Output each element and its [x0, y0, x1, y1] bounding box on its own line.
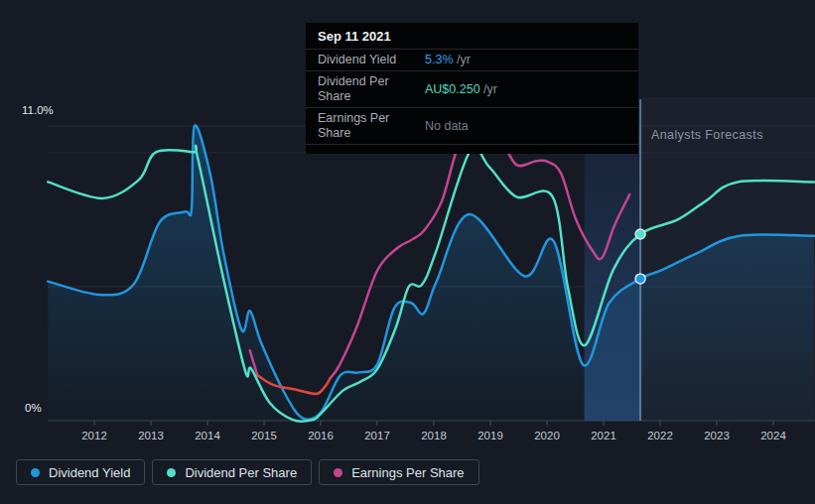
legend-label: Dividend Yield [49, 465, 130, 480]
dividend-per-share-dot-icon [167, 468, 176, 477]
x-tick-label: 2014 [195, 430, 220, 441]
tooltip-label: Dividend Yield [318, 53, 425, 67]
tooltip-row-earnings-per-share: Earnings Per Share No data [306, 108, 638, 145]
chart-tooltip: Sep 11 2021 Dividend Yield 5.3% /yr Divi… [306, 23, 638, 154]
tooltip-row-dividend-yield: Dividend Yield 5.3% /yr [306, 50, 638, 71]
x-tick-label: 2015 [251, 430, 277, 441]
x-tick-label: 2024 [760, 430, 786, 441]
x-tick-label: 2023 [704, 430, 730, 441]
analysts-forecasts-label: Analysts Forecasts [651, 128, 763, 142]
tooltip-label: Earnings Per Share [318, 111, 425, 141]
legend-item-earnings-per-share[interactable]: Earnings Per Share [319, 459, 478, 485]
x-tick-label: 2020 [534, 430, 560, 441]
x-tick-label: 2019 [477, 430, 503, 441]
tooltip-value: No data [425, 119, 469, 134]
legend-label: Earnings Per Share [351, 465, 464, 480]
legend-item-dividend-per-share[interactable]: Dividend Per Share [152, 459, 312, 485]
tooltip-date: Sep 11 2021 [306, 23, 638, 50]
dividend-per-share-marker[interactable] [635, 229, 645, 239]
tooltip-row-dividend-per-share: Dividend Per Share AU$0.250 /yr [306, 71, 638, 108]
y-axis-zero-label: 0% [25, 402, 42, 414]
x-tick-label: 2016 [308, 430, 334, 441]
x-tick-label: 2012 [81, 430, 107, 441]
x-tick-label: 2022 [647, 430, 673, 441]
chart-legend: Dividend Yield Dividend Per Share Earnin… [16, 459, 479, 485]
tooltip-value: 5.3% /yr [425, 53, 471, 67]
x-tick-label: 2017 [364, 430, 390, 441]
tooltip-label: Dividend Per Share [318, 74, 425, 104]
x-tick-label: 2021 [591, 430, 616, 441]
legend-item-dividend-yield[interactable]: Dividend Yield [16, 459, 145, 485]
dividend-yield-dot-icon [31, 468, 40, 477]
dividend-yield-marker[interactable] [635, 274, 645, 284]
earnings-per-share-dot-icon [334, 468, 342, 477]
x-tick-label: 2013 [138, 430, 164, 441]
tooltip-value: AU$0.250 /yr [425, 82, 497, 97]
legend-label: Dividend Per Share [185, 465, 297, 480]
y-axis-max-label: 11.0% [22, 104, 54, 116]
dividend-history-page: 2012201320142015201620172018201920202021… [0, 0, 815, 504]
x-tick-label: 2018 [421, 430, 447, 441]
